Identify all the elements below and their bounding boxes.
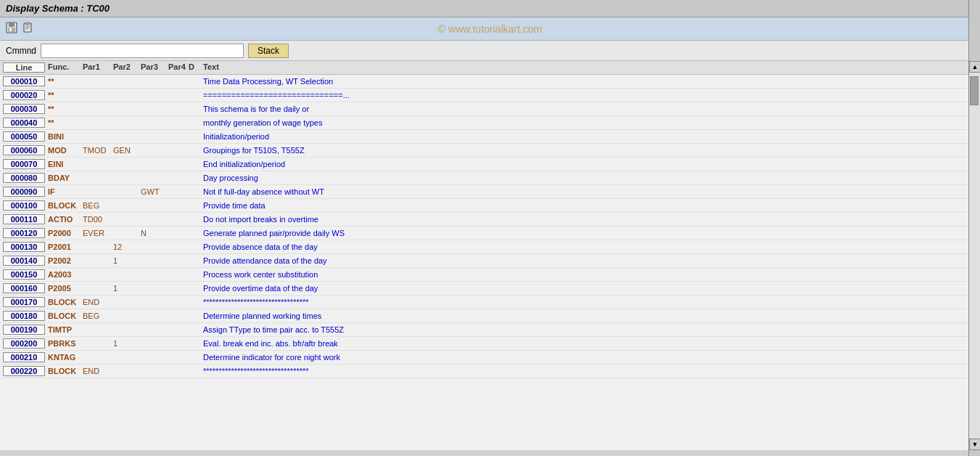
col-par1-header: Par1 bbox=[81, 62, 112, 73]
cell-func: BDAY bbox=[45, 174, 81, 182]
cell-line: 000070 bbox=[3, 159, 45, 169]
col-func-header: Func. bbox=[45, 62, 81, 73]
cell-text: Day processing bbox=[200, 174, 977, 182]
table-row[interactable]: 000020 ** ==============================… bbox=[0, 89, 980, 102]
cell-line: 000050 bbox=[3, 131, 45, 142]
cell-line: 000110 bbox=[3, 214, 45, 224]
table-row[interactable]: 000080 BDAY Day processing bbox=[0, 171, 980, 185]
col-d-header: D bbox=[187, 62, 200, 73]
cell-par2: 12 bbox=[112, 243, 139, 251]
cell-line: 000150 bbox=[3, 269, 45, 280]
cell-text: Determine indicator for core night work bbox=[200, 353, 977, 362]
cell-func: PBRKS bbox=[45, 339, 81, 348]
command-label: Cmmnd bbox=[6, 46, 36, 56]
table-row[interactable]: 000200 PBRKS 1 Eval. break end inc. abs.… bbox=[0, 337, 980, 351]
cell-text: ********************************** bbox=[200, 298, 977, 306]
scroll-down-button[interactable]: ▼ bbox=[969, 439, 980, 450]
title-bar: Display Schema : TC00 bbox=[0, 0, 980, 17]
cell-func: ** bbox=[45, 91, 81, 99]
cell-line: 000200 bbox=[3, 338, 45, 349]
cell-func: ACTIO bbox=[45, 215, 81, 224]
scroll-thumb[interactable] bbox=[970, 76, 979, 105]
table-row[interactable]: 000040 ** monthly generation of wage typ… bbox=[0, 116, 980, 130]
cell-text: Initialization/period bbox=[200, 132, 977, 141]
watermark: © www.tutorialkart.com bbox=[438, 23, 542, 35]
table-row[interactable]: 000150 A2003 Process work center substit… bbox=[0, 268, 980, 282]
cell-line: 000040 bbox=[3, 118, 45, 128]
cell-func: IF bbox=[45, 187, 81, 196]
cell-text: This schema is for the daily or bbox=[200, 105, 977, 113]
cell-text: Provide overtime data of the day bbox=[200, 284, 977, 293]
cell-func: BLOCK bbox=[45, 367, 81, 375]
table-row[interactable]: 000220 BLOCK END ***********************… bbox=[0, 365, 980, 378]
table-row[interactable]: 000170 BLOCK END ***********************… bbox=[0, 296, 980, 309]
cell-line: 000100 bbox=[3, 200, 45, 211]
table-row[interactable]: 000130 P2001 12 Provide absence data of … bbox=[0, 240, 980, 254]
table-row[interactable]: 000050 BINI Initialization/period bbox=[0, 130, 980, 144]
cell-line: 000140 bbox=[3, 256, 45, 266]
cell-func: EINI bbox=[45, 160, 81, 168]
cell-text: Do not import breaks in overtime bbox=[200, 215, 977, 224]
clipboard-icon[interactable] bbox=[22, 22, 33, 36]
svg-rect-5 bbox=[25, 23, 30, 25]
cell-par1: BEG bbox=[81, 312, 112, 320]
command-input[interactable] bbox=[41, 44, 244, 58]
col-line-header: Line bbox=[3, 62, 45, 73]
svg-rect-3 bbox=[9, 28, 12, 31]
col-par2-header: Par2 bbox=[112, 62, 139, 73]
cell-line: 000030 bbox=[3, 104, 45, 114]
table-row[interactable]: 000190 TIMTP Assign TType to time pair a… bbox=[0, 323, 980, 337]
table-row[interactable]: 000090 IF GWT Not if full-day absence wi… bbox=[0, 185, 980, 199]
table-row[interactable]: 000120 P2000 EVER N Generate planned pai… bbox=[0, 227, 980, 240]
cell-line: 000190 bbox=[3, 325, 45, 335]
table-row[interactable]: 000100 BLOCK BEG Provide time data bbox=[0, 199, 980, 213]
cell-text: Not if full-day absence without WT bbox=[200, 187, 977, 196]
cell-func: P2000 bbox=[45, 229, 81, 237]
col-text-header: Text bbox=[200, 62, 977, 73]
cell-func: ** bbox=[45, 77, 81, 86]
vertical-scrollbar[interactable]: ▲ ▼ bbox=[968, 61, 980, 450]
table-row[interactable]: 000140 P2002 1 Provide attendance data o… bbox=[0, 254, 980, 268]
table-row[interactable]: 000060 MOD TMOD GEN Groupings for T510S,… bbox=[0, 144, 980, 158]
cell-par1: TMOD bbox=[81, 146, 112, 155]
table-row[interactable]: 000210 KNTAG Determine indicator for cor… bbox=[0, 351, 980, 365]
cell-line: 000170 bbox=[3, 297, 45, 307]
cell-par1: TD00 bbox=[81, 215, 112, 224]
cell-text: Groupings for T510S, T555Z bbox=[200, 146, 977, 155]
cell-func: BINI bbox=[45, 132, 81, 141]
table-row[interactable]: 000070 EINI End initialization/period bbox=[0, 158, 980, 171]
stack-button[interactable]: Stack bbox=[248, 44, 289, 58]
cell-func: BLOCK bbox=[45, 312, 81, 320]
col-par4-header: Par4 bbox=[167, 62, 187, 73]
table-row[interactable]: 000030 ** This schema is for the daily o… bbox=[0, 102, 980, 116]
header-row: Line Func. Par1 Par2 Par3 Par4 D Text bbox=[0, 61, 980, 75]
cell-text: Provide attendance data of the day bbox=[200, 256, 977, 265]
toolbar: © www.tutorialkart.com bbox=[0, 17, 980, 41]
cell-func: P2002 bbox=[45, 256, 81, 265]
cell-func: BLOCK bbox=[45, 201, 81, 210]
main-area: Line Func. Par1 Par2 Par3 Par4 D Text 00… bbox=[0, 61, 980, 450]
cell-func: ** bbox=[45, 105, 81, 113]
cell-line: 000130 bbox=[3, 242, 45, 252]
cell-line: 000220 bbox=[3, 366, 45, 376]
cell-line: 000080 bbox=[3, 173, 45, 183]
save-icon[interactable] bbox=[6, 22, 17, 36]
table-row[interactable]: 000010 ** Time Data Processing, WT Selec… bbox=[0, 75, 980, 89]
table-row[interactable]: 000180 BLOCK BEG Determine planned worki… bbox=[0, 309, 980, 323]
cell-text: Provide time data bbox=[200, 201, 977, 210]
table-row[interactable]: 000160 P2005 1 Provide overtime data of … bbox=[0, 282, 980, 296]
cell-line: 000020 bbox=[3, 90, 45, 100]
command-bar: Cmmnd Stack ▲ bbox=[0, 41, 980, 61]
scroll-track[interactable] bbox=[969, 73, 980, 439]
table-row[interactable]: 000110 ACTIO TD00 Do not import breaks i… bbox=[0, 213, 980, 227]
cell-par1: EVER bbox=[81, 229, 112, 237]
cell-par1: END bbox=[81, 367, 112, 375]
cell-par2: 1 bbox=[112, 256, 139, 265]
cell-text: ==============================... bbox=[200, 91, 977, 99]
cell-line: 000090 bbox=[3, 187, 45, 197]
cell-text: monthly generation of wage types bbox=[200, 118, 977, 127]
scroll-up-button[interactable]: ▲ bbox=[969, 61, 980, 73]
cell-line: 000210 bbox=[3, 352, 45, 362]
col-par3-header: Par3 bbox=[139, 62, 167, 73]
cell-text: Time Data Processing, WT Selection bbox=[200, 77, 977, 86]
